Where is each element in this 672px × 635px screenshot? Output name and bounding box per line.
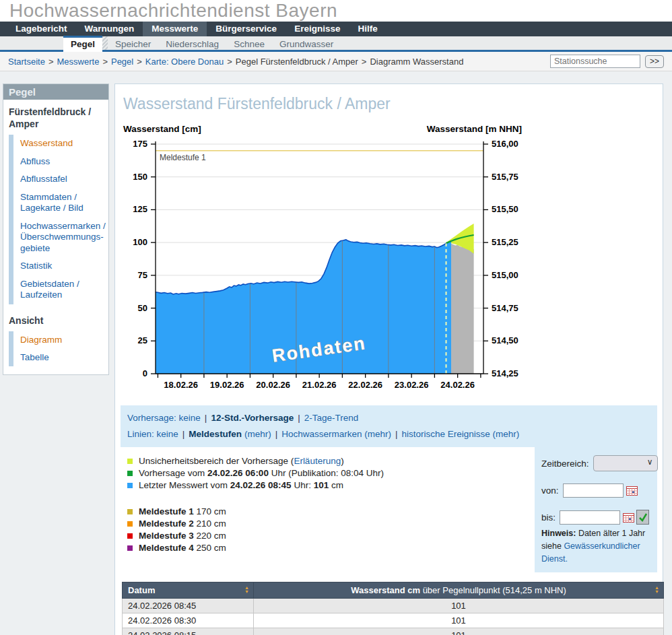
check-icon bbox=[638, 512, 648, 522]
svg-text:515,00: 515,00 bbox=[492, 270, 518, 280]
svg-text:150: 150 bbox=[133, 172, 147, 182]
station-search-input[interactable] bbox=[550, 55, 640, 68]
subnav-niederschlag[interactable]: Niederschlag bbox=[158, 38, 226, 50]
nav-lagebericht[interactable]: Lagebericht bbox=[7, 22, 76, 36]
station-search-button[interactable]: >> bbox=[645, 55, 664, 68]
svg-text:515,25: 515,25 bbox=[492, 237, 518, 247]
bis-date-input[interactable] bbox=[560, 510, 620, 525]
legend-last-measurement: Letzter Messwert vom 24.02.26 08:45 Uhr:… bbox=[127, 480, 531, 490]
breadcrumb-bar: Startseite>Messwerte>Pegel>Karte: Obere … bbox=[0, 52, 672, 71]
subnav-pegel[interactable]: Pegel bbox=[63, 36, 102, 52]
sidebar-station-links: Wasserstand Abfluss Abflusstafel Stammda… bbox=[9, 135, 108, 304]
sidebar-section-ansicht: Ansicht bbox=[3, 307, 108, 330]
crumb-sep: > bbox=[48, 57, 54, 67]
option-historische-ereignisse[interactable]: historische Ereignisse bbox=[401, 429, 490, 439]
von-calendar-icon[interactable] bbox=[626, 486, 638, 496]
svg-text:20.02.26: 20.02.26 bbox=[256, 380, 290, 390]
option-hochwassermarken-mehr[interactable]: (mehr) bbox=[364, 429, 391, 439]
svg-text:514,50: 514,50 bbox=[492, 335, 518, 345]
option-meldestufen[interactable]: Meldestufen bbox=[189, 429, 242, 439]
option-2tage-trend[interactable]: 2-Tage-Trend bbox=[304, 413, 359, 423]
nav-hilfe[interactable]: Hilfe bbox=[349, 22, 386, 36]
subnav-schnee[interactable]: Schnee bbox=[226, 38, 272, 50]
crumb-messwerte[interactable]: Messwerte bbox=[57, 57, 100, 67]
option-meldestufen-mehr[interactable]: (mehr) bbox=[244, 429, 271, 439]
meldestufe2-swatch bbox=[127, 521, 133, 527]
nav-buergerservice[interactable]: Bürgerservice bbox=[207, 22, 285, 36]
erlaeuterung-link[interactable]: Erläuterung bbox=[294, 456, 341, 466]
subnav-speicher[interactable]: Speicher bbox=[108, 38, 158, 50]
bis-label: bis: bbox=[541, 512, 556, 523]
nav-warnungen[interactable]: Warnungen bbox=[76, 22, 143, 36]
apply-timerange-button[interactable] bbox=[636, 510, 649, 525]
option-historische-mehr[interactable]: (mehr) bbox=[493, 429, 520, 439]
legend-meldestufe-4: Meldestufe 4 250 cm bbox=[127, 543, 531, 553]
sidebar-item-statistik[interactable]: Statistik bbox=[13, 257, 108, 275]
svg-text:19.02.26: 19.02.26 bbox=[210, 380, 244, 390]
svg-text:Meldestufe 1: Meldestufe 1 bbox=[160, 153, 206, 162]
meldestufe1-swatch bbox=[127, 509, 133, 514]
svg-text:Wasserstand [m NHN]: Wasserstand [m NHN] bbox=[427, 124, 522, 134]
chart-options: Vorhersage: keine|12-Std.-Vorhersage|2-T… bbox=[121, 405, 657, 447]
svg-text:25: 25 bbox=[138, 335, 147, 345]
site-title: Hochwassernachrichtendienst Bayern bbox=[0, 0, 672, 22]
subnav-grundwasser[interactable]: Grundwasser bbox=[272, 38, 341, 50]
svg-text:Wasserstand [cm]: Wasserstand [cm] bbox=[123, 124, 201, 134]
crumb-karte[interactable]: Karte: Obere Donau bbox=[145, 57, 224, 67]
sub-nav: Pegel Speicher Niederschlag Schnee Grund… bbox=[0, 36, 672, 52]
sort-icon[interactable]: ▲▼ bbox=[654, 586, 659, 593]
table-row: 24.02.2026 08:30101 bbox=[123, 613, 664, 628]
svg-text:24.02.26: 24.02.26 bbox=[440, 380, 475, 390]
sidebar-item-abfluss[interactable]: Abfluss bbox=[13, 153, 108, 170]
legend-meldestufe-3: Meldestufe 3 220 cm bbox=[127, 531, 531, 541]
crumb-sep: > bbox=[227, 57, 232, 67]
option-hochwassermarken[interactable]: Hochwassermarken bbox=[281, 429, 362, 439]
svg-text:23.02.26: 23.02.26 bbox=[395, 380, 429, 390]
zeitbereich-label: Zeitbereich: bbox=[541, 459, 589, 469]
meldestufe3-swatch bbox=[127, 533, 133, 539]
main-nav: Lagebericht Warnungen Messwerte Bürgerse… bbox=[0, 22, 672, 36]
svg-text:514,25: 514,25 bbox=[492, 368, 518, 378]
linien-label: Linien: bbox=[127, 429, 154, 439]
bis-calendar-icon[interactable] bbox=[623, 512, 634, 523]
legend-meldestufe-2: Meldestufe 2 210 cm bbox=[127, 519, 531, 529]
option-vorhersage-keine[interactable]: keine bbox=[179, 413, 201, 423]
crumb-startseite[interactable]: Startseite bbox=[8, 57, 45, 67]
column-header-datum[interactable]: Datum▲▼ bbox=[123, 582, 254, 598]
svg-text:100: 100 bbox=[133, 237, 147, 247]
option-12std-vorhersage[interactable]: 12-Std.-Vorhersage bbox=[211, 413, 294, 423]
svg-text:50: 50 bbox=[138, 303, 147, 313]
hint-text: Hinweis: Daten älter 1 Jahr siehe Gewäss… bbox=[541, 527, 650, 565]
crumb-pegel[interactable]: Pegel bbox=[111, 57, 133, 67]
von-date-input[interactable] bbox=[563, 483, 624, 498]
main-panel: Wasserstand Fürstenfeldbruck / Amper Mel… bbox=[114, 83, 663, 635]
crumb-station: Pegel Fürstenfeldbruck / Amper bbox=[236, 57, 358, 67]
nav-messwerte[interactable]: Messwerte bbox=[143, 22, 207, 36]
sidebar-item-hochwassermarken[interactable]: Hochwassermarken / Überschwemmungs-gebie… bbox=[13, 218, 108, 257]
sidebar-item-abflusstafel[interactable]: Abflusstafel bbox=[13, 170, 108, 188]
sidebar-view-links: Diagramm Tabelle bbox=[9, 331, 108, 367]
content-area: Pegel Fürstenfeldbruck / Amper Wassersta… bbox=[0, 71, 672, 635]
crumb-sep: > bbox=[362, 57, 367, 67]
uncertainty-swatch bbox=[127, 459, 133, 464]
sidebar-item-gebietsdaten[interactable]: Gebietsdaten / Laufzeiten bbox=[13, 275, 108, 304]
svg-text:175: 175 bbox=[133, 139, 147, 149]
crumb-sep: > bbox=[137, 57, 142, 67]
sidebar: Pegel Fürstenfeldbruck / Amper Wassersta… bbox=[3, 83, 109, 375]
zeitbereich-select[interactable] bbox=[593, 455, 658, 471]
sort-icon[interactable]: ▲▼ bbox=[244, 586, 249, 593]
sidebar-header: Pegel bbox=[3, 84, 108, 100]
svg-text:75: 75 bbox=[138, 270, 147, 280]
column-header-wasserstand[interactable]: Wasserstand cm über Pegelnullpunkt (514,… bbox=[254, 582, 664, 598]
sidebar-item-stammdaten[interactable]: Stammdaten / Lagekarte / Bild bbox=[13, 189, 108, 218]
svg-text:514,75: 514,75 bbox=[492, 303, 518, 313]
option-linien-keine[interactable]: keine bbox=[157, 429, 178, 439]
meldestufe4-swatch bbox=[127, 545, 133, 551]
nav-ereignisse[interactable]: Ereignisse bbox=[285, 22, 349, 36]
svg-text:516,00: 516,00 bbox=[492, 139, 518, 149]
sidebar-item-tabelle[interactable]: Tabelle bbox=[13, 349, 108, 366]
svg-text:0: 0 bbox=[143, 368, 147, 378]
crumb-page: Diagramm Wasserstand bbox=[370, 57, 463, 67]
sidebar-item-diagramm[interactable]: Diagramm bbox=[13, 331, 108, 349]
sidebar-item-wasserstand[interactable]: Wasserstand bbox=[13, 135, 108, 152]
